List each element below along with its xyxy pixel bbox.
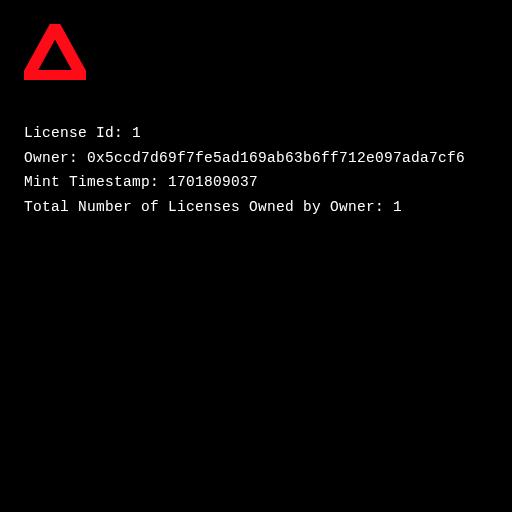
total-licenses-value: 1 [393, 199, 402, 215]
license-id-value: 1 [132, 125, 141, 141]
total-licenses-label: Total Number of Licenses Owned by Owner: [24, 199, 393, 215]
license-info-block: License Id: 1 Owner: 0x5ccd7d69f7fe5ad16… [24, 121, 488, 220]
mint-ts-line: Mint Timestamp: 1701809037 [24, 170, 488, 195]
license-id-label: License Id: [24, 125, 132, 141]
total-licenses-line: Total Number of Licenses Owned by Owner:… [24, 195, 488, 220]
mint-ts-label: Mint Timestamp: [24, 174, 168, 190]
mint-ts-value: 1701809037 [168, 174, 258, 190]
owner-label: Owner: [24, 150, 87, 166]
owner-line: Owner: 0x5ccd7d69f7fe5ad169ab63b6ff712e0… [24, 146, 488, 171]
license-id-line: License Id: 1 [24, 121, 488, 146]
triangle-logo [24, 24, 488, 85]
owner-value: 0x5ccd7d69f7fe5ad169ab63b6ff712e097ada7c… [87, 150, 465, 166]
